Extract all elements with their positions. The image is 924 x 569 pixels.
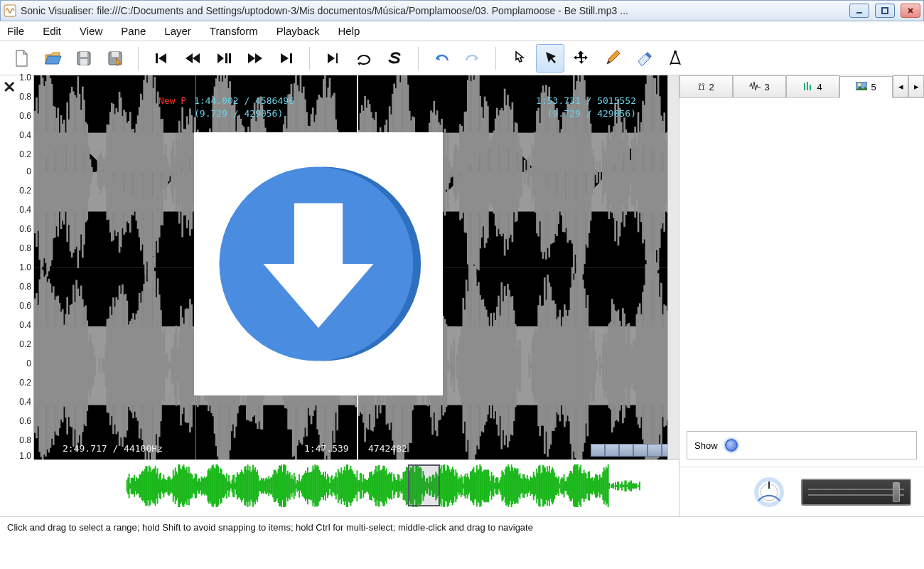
- svg-rect-4: [80, 52, 87, 57]
- overview-pane[interactable]: [34, 459, 679, 511]
- menu-layer[interactable]: Layer: [164, 25, 191, 37]
- open-button[interactable]: [38, 44, 67, 73]
- playback-controls: [679, 467, 924, 516]
- rewind-button[interactable]: [178, 44, 207, 73]
- fader-thumb[interactable]: [893, 482, 900, 502]
- tab-scroll-right[interactable]: ▸: [908, 75, 924, 97]
- redo-button[interactable]: [458, 44, 487, 73]
- status-text: Click and drag to select a range; hold S…: [7, 522, 533, 533]
- svg-rect-1468: [768, 482, 770, 489]
- save-as-button[interactable]: [101, 44, 129, 73]
- tab-num: 3: [764, 82, 769, 92]
- tick: 0.4: [19, 320, 31, 330]
- navigate-tool[interactable]: [505, 44, 533, 73]
- play-pause-button[interactable]: [210, 44, 238, 73]
- svg-rect-480: [99, 358, 101, 373]
- measure-tool[interactable]: [661, 44, 689, 73]
- waveform-canvas[interactable]: New P 1:44.002 / 4586496 (9.729 / 429056…: [34, 75, 679, 459]
- loop-button[interactable]: [350, 44, 378, 73]
- image-icon: [856, 82, 867, 92]
- select-tool[interactable]: [536, 44, 564, 73]
- footer-mid: 1:47.539: [304, 443, 349, 454]
- properties-panel: ⟟⟟ 2 3 4 5 ◂ ▸ Show: [679, 75, 924, 516]
- status-bar: Click and drag to select a range; hold S…: [0, 516, 924, 538]
- svg-rect-55: [91, 167, 93, 177]
- waveform-pane[interactable]: ✕ 1.0 0.8 0.6 0.4 0.2 0 0.2 0.4 0.6 0.8 …: [0, 75, 679, 516]
- menu-bar: File Edit View Pane Layer Transform Play…: [0, 21, 924, 41]
- gain-fader[interactable]: [801, 479, 911, 506]
- toolbar: [0, 41, 924, 75]
- tick: 0: [26, 358, 31, 368]
- undo-button[interactable]: [427, 44, 456, 73]
- amplitude-ruler: 1.0 0.8 0.6 0.4 0.2 0 0.2 0.4 0.6 0.8 1.…: [0, 75, 34, 459]
- menu-playback[interactable]: Playback: [276, 25, 320, 37]
- tick: 0.2: [19, 149, 31, 159]
- rewind-start-button[interactable]: [147, 44, 176, 73]
- wave-icon: [749, 82, 761, 92]
- draw-tool[interactable]: [598, 44, 627, 73]
- menu-edit[interactable]: Edit: [43, 25, 61, 37]
- cursor-left-time: 1:44.002 / 4586496: [194, 95, 294, 106]
- svg-rect-1462: [810, 85, 811, 90]
- layer-tab-2[interactable]: ⟟⟟ 2: [679, 75, 733, 97]
- svg-point-1464: [858, 83, 861, 86]
- layer-properties: [679, 98, 924, 431]
- overview-viewport[interactable]: [408, 464, 440, 506]
- svg-rect-1429: [639, 482, 640, 490]
- svg-rect-8: [156, 53, 158, 63]
- show-layer-row[interactable]: Show: [687, 431, 917, 459]
- menu-view[interactable]: View: [80, 25, 102, 37]
- maximize-button[interactable]: [875, 4, 895, 18]
- svg-rect-9: [225, 53, 227, 63]
- menu-file[interactable]: File: [7, 25, 24, 37]
- tick: 1.0: [19, 451, 31, 461]
- move-tool[interactable]: [567, 44, 596, 73]
- layer-tab-3[interactable]: 3: [733, 75, 786, 97]
- tab-num: 2: [709, 82, 714, 92]
- ffwd-button[interactable]: [241, 44, 269, 73]
- ffwd-end-button[interactable]: [272, 44, 301, 73]
- menu-transform[interactable]: Transform: [210, 25, 258, 37]
- close-pane-icon[interactable]: ✕: [3, 78, 16, 97]
- zoom-navigator[interactable]: [591, 444, 676, 457]
- speed-dial[interactable]: [754, 477, 784, 507]
- tick: 1.0: [19, 73, 31, 83]
- layer-tab-5[interactable]: 5: [839, 76, 893, 98]
- menu-help[interactable]: Help: [338, 25, 360, 37]
- svg-rect-1460: [804, 83, 805, 90]
- show-toggle[interactable]: [725, 439, 738, 452]
- layer-tab-4[interactable]: 4: [786, 75, 839, 97]
- tab-scroll-left[interactable]: ◂: [893, 75, 908, 97]
- footer-mid2: 4742482: [368, 443, 407, 454]
- tick: 0.2: [19, 378, 31, 388]
- close-button[interactable]: [901, 4, 920, 18]
- overview-waveform: [41, 464, 672, 507]
- download-overlay-icon: [194, 132, 443, 395]
- svg-rect-386: [599, 161, 601, 184]
- tick: 0.6: [19, 416, 31, 426]
- solo-button[interactable]: [381, 44, 409, 73]
- tick: 0.6: [19, 111, 31, 121]
- svg-rect-335: [521, 148, 523, 196]
- tick: 1.0: [19, 262, 31, 272]
- svg-point-13: [674, 50, 677, 53]
- minimize-button[interactable]: [849, 4, 869, 18]
- menu-pane[interactable]: Pane: [121, 25, 146, 37]
- window-titlebar: Sonic Visualiser: file:///C:/Documents a…: [0, 0, 924, 21]
- cursor-left-dur: (9.729 / 429056): [194, 108, 283, 119]
- new-session-button[interactable]: [7, 44, 36, 73]
- vertical-scrollbar[interactable]: [667, 75, 679, 459]
- play-selection-button[interactable]: [318, 44, 347, 73]
- svg-rect-477: [94, 356, 96, 375]
- tick: 0.4: [19, 130, 31, 140]
- tick: 0.6: [19, 301, 31, 311]
- tick: 0.2: [19, 339, 31, 349]
- tab-num: 5: [871, 82, 876, 92]
- tick: 0.4: [19, 397, 31, 407]
- svg-rect-804: [596, 361, 598, 371]
- save-button[interactable]: [70, 44, 98, 73]
- erase-tool[interactable]: [630, 44, 658, 73]
- ruler-icon: ⟟⟟: [698, 81, 705, 92]
- svg-rect-12: [336, 53, 338, 63]
- svg-rect-5: [80, 59, 87, 65]
